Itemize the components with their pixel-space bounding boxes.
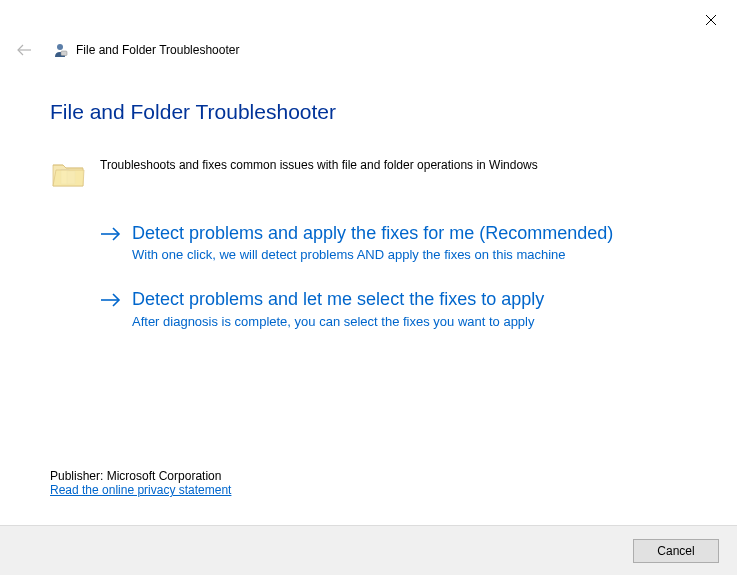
option-title: Detect problems and let me select the fi… [132,288,544,311]
intro-row: Troubleshoots and fixes common issues wi… [50,156,687,192]
svg-point-3 [57,44,63,50]
option-title: Detect problems and apply the fixes for … [132,222,613,245]
titlebar: File and Folder Troubleshooter [14,40,239,60]
publisher-label: Publisher: Microsoft Corporation [50,469,231,483]
page-title: File and Folder Troubleshooter [50,100,687,124]
back-arrow-icon [16,44,32,56]
option-description: With one click, we will detect problems … [132,247,613,262]
window-title: File and Folder Troubleshooter [76,43,239,57]
option-text: Detect problems and apply the fixes for … [132,222,613,262]
option-select-fixes[interactable]: Detect problems and let me select the fi… [100,288,687,328]
arrow-right-icon [100,226,122,248]
svg-rect-4 [61,51,67,56]
publisher-block: Publisher: Microsoft Corporation Read th… [50,469,231,497]
troubleshooter-icon [52,42,68,58]
intro-text: Troubleshoots and fixes common issues wi… [100,156,538,172]
footer: Cancel [0,525,737,575]
back-button[interactable] [14,40,34,60]
option-description: After diagnosis is complete, you can sel… [132,314,544,329]
privacy-link[interactable]: Read the online privacy statement [50,483,231,497]
folder-icon [50,156,86,192]
option-text: Detect problems and let me select the fi… [132,288,544,328]
arrow-right-icon [100,292,122,314]
close-icon [705,14,717,26]
close-button[interactable] [699,8,723,32]
content-area: File and Folder Troubleshooter Troublesh… [50,100,687,355]
cancel-button[interactable]: Cancel [633,539,719,563]
options-list: Detect problems and apply the fixes for … [100,222,687,329]
option-apply-fixes[interactable]: Detect problems and apply the fixes for … [100,222,687,262]
